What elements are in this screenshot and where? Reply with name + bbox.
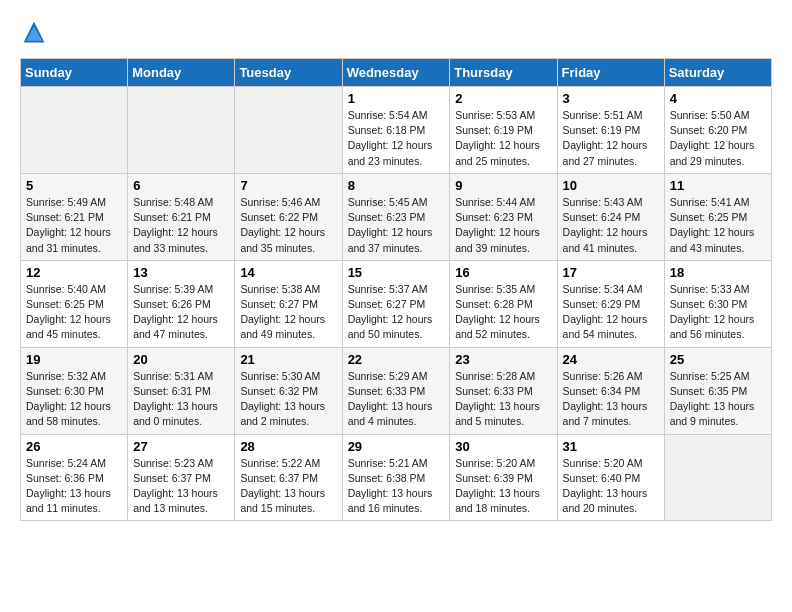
day-number: 6 — [133, 178, 229, 193]
day-detail: Sunrise: 5:32 AM Sunset: 6:30 PM Dayligh… — [26, 369, 122, 430]
day-number: 25 — [670, 352, 766, 367]
calendar-cell: 7Sunrise: 5:46 AM Sunset: 6:22 PM Daylig… — [235, 173, 342, 260]
calendar-body: 1Sunrise: 5:54 AM Sunset: 6:18 PM Daylig… — [21, 87, 772, 521]
day-detail: Sunrise: 5:20 AM Sunset: 6:40 PM Dayligh… — [563, 456, 659, 517]
calendar-cell: 13Sunrise: 5:39 AM Sunset: 6:26 PM Dayli… — [128, 260, 235, 347]
day-number: 5 — [26, 178, 122, 193]
day-number: 2 — [455, 91, 551, 106]
calendar-cell: 10Sunrise: 5:43 AM Sunset: 6:24 PM Dayli… — [557, 173, 664, 260]
day-number: 22 — [348, 352, 445, 367]
day-number: 26 — [26, 439, 122, 454]
calendar-cell: 11Sunrise: 5:41 AM Sunset: 6:25 PM Dayli… — [664, 173, 771, 260]
calendar-cell: 8Sunrise: 5:45 AM Sunset: 6:23 PM Daylig… — [342, 173, 450, 260]
calendar-cell: 28Sunrise: 5:22 AM Sunset: 6:37 PM Dayli… — [235, 434, 342, 521]
day-number: 18 — [670, 265, 766, 280]
day-detail: Sunrise: 5:51 AM Sunset: 6:19 PM Dayligh… — [563, 108, 659, 169]
calendar-cell: 9Sunrise: 5:44 AM Sunset: 6:23 PM Daylig… — [450, 173, 557, 260]
day-number: 15 — [348, 265, 445, 280]
logo-icon — [22, 20, 46, 44]
calendar-cell: 15Sunrise: 5:37 AM Sunset: 6:27 PM Dayli… — [342, 260, 450, 347]
calendar-cell: 27Sunrise: 5:23 AM Sunset: 6:37 PM Dayli… — [128, 434, 235, 521]
calendar-cell: 2Sunrise: 5:53 AM Sunset: 6:19 PM Daylig… — [450, 87, 557, 174]
day-detail: Sunrise: 5:48 AM Sunset: 6:21 PM Dayligh… — [133, 195, 229, 256]
week-row-2: 12Sunrise: 5:40 AM Sunset: 6:25 PM Dayli… — [21, 260, 772, 347]
day-detail: Sunrise: 5:46 AM Sunset: 6:22 PM Dayligh… — [240, 195, 336, 256]
header-friday: Friday — [557, 59, 664, 87]
day-detail: Sunrise: 5:33 AM Sunset: 6:30 PM Dayligh… — [670, 282, 766, 343]
header-saturday: Saturday — [664, 59, 771, 87]
day-number: 20 — [133, 352, 229, 367]
header-thursday: Thursday — [450, 59, 557, 87]
day-detail: Sunrise: 5:44 AM Sunset: 6:23 PM Dayligh… — [455, 195, 551, 256]
calendar-cell: 3Sunrise: 5:51 AM Sunset: 6:19 PM Daylig… — [557, 87, 664, 174]
day-detail: Sunrise: 5:40 AM Sunset: 6:25 PM Dayligh… — [26, 282, 122, 343]
day-number: 17 — [563, 265, 659, 280]
day-detail: Sunrise: 5:28 AM Sunset: 6:33 PM Dayligh… — [455, 369, 551, 430]
calendar-cell: 19Sunrise: 5:32 AM Sunset: 6:30 PM Dayli… — [21, 347, 128, 434]
week-row-3: 19Sunrise: 5:32 AM Sunset: 6:30 PM Dayli… — [21, 347, 772, 434]
calendar-cell: 21Sunrise: 5:30 AM Sunset: 6:32 PM Dayli… — [235, 347, 342, 434]
day-detail: Sunrise: 5:34 AM Sunset: 6:29 PM Dayligh… — [563, 282, 659, 343]
calendar-cell: 6Sunrise: 5:48 AM Sunset: 6:21 PM Daylig… — [128, 173, 235, 260]
day-number: 11 — [670, 178, 766, 193]
calendar-cell: 23Sunrise: 5:28 AM Sunset: 6:33 PM Dayli… — [450, 347, 557, 434]
calendar-header: SundayMondayTuesdayWednesdayThursdayFrid… — [21, 59, 772, 87]
day-number: 3 — [563, 91, 659, 106]
calendar-cell: 26Sunrise: 5:24 AM Sunset: 6:36 PM Dayli… — [21, 434, 128, 521]
day-number: 14 — [240, 265, 336, 280]
day-number: 23 — [455, 352, 551, 367]
calendar-cell: 20Sunrise: 5:31 AM Sunset: 6:31 PM Dayli… — [128, 347, 235, 434]
day-detail: Sunrise: 5:31 AM Sunset: 6:31 PM Dayligh… — [133, 369, 229, 430]
calendar-cell — [235, 87, 342, 174]
calendar-cell: 5Sunrise: 5:49 AM Sunset: 6:21 PM Daylig… — [21, 173, 128, 260]
day-number: 9 — [455, 178, 551, 193]
calendar-cell: 30Sunrise: 5:20 AM Sunset: 6:39 PM Dayli… — [450, 434, 557, 521]
day-detail: Sunrise: 5:50 AM Sunset: 6:20 PM Dayligh… — [670, 108, 766, 169]
header-tuesday: Tuesday — [235, 59, 342, 87]
day-number: 19 — [26, 352, 122, 367]
header-sunday: Sunday — [21, 59, 128, 87]
day-detail: Sunrise: 5:26 AM Sunset: 6:34 PM Dayligh… — [563, 369, 659, 430]
day-number: 10 — [563, 178, 659, 193]
calendar-cell: 12Sunrise: 5:40 AM Sunset: 6:25 PM Dayli… — [21, 260, 128, 347]
header-row: SundayMondayTuesdayWednesdayThursdayFrid… — [21, 59, 772, 87]
day-number: 24 — [563, 352, 659, 367]
day-detail: Sunrise: 5:49 AM Sunset: 6:21 PM Dayligh… — [26, 195, 122, 256]
calendar-cell — [128, 87, 235, 174]
day-number: 28 — [240, 439, 336, 454]
calendar-cell: 16Sunrise: 5:35 AM Sunset: 6:28 PM Dayli… — [450, 260, 557, 347]
day-number: 7 — [240, 178, 336, 193]
calendar-cell: 25Sunrise: 5:25 AM Sunset: 6:35 PM Dayli… — [664, 347, 771, 434]
day-detail: Sunrise: 5:22 AM Sunset: 6:37 PM Dayligh… — [240, 456, 336, 517]
calendar-cell: 24Sunrise: 5:26 AM Sunset: 6:34 PM Dayli… — [557, 347, 664, 434]
day-detail: Sunrise: 5:39 AM Sunset: 6:26 PM Dayligh… — [133, 282, 229, 343]
day-number: 21 — [240, 352, 336, 367]
day-number: 8 — [348, 178, 445, 193]
header-monday: Monday — [128, 59, 235, 87]
week-row-0: 1Sunrise: 5:54 AM Sunset: 6:18 PM Daylig… — [21, 87, 772, 174]
day-detail: Sunrise: 5:54 AM Sunset: 6:18 PM Dayligh… — [348, 108, 445, 169]
day-detail: Sunrise: 5:43 AM Sunset: 6:24 PM Dayligh… — [563, 195, 659, 256]
day-detail: Sunrise: 5:23 AM Sunset: 6:37 PM Dayligh… — [133, 456, 229, 517]
calendar-cell — [664, 434, 771, 521]
day-detail: Sunrise: 5:20 AM Sunset: 6:39 PM Dayligh… — [455, 456, 551, 517]
day-number: 1 — [348, 91, 445, 106]
day-detail: Sunrise: 5:53 AM Sunset: 6:19 PM Dayligh… — [455, 108, 551, 169]
day-detail: Sunrise: 5:35 AM Sunset: 6:28 PM Dayligh… — [455, 282, 551, 343]
calendar-table: SundayMondayTuesdayWednesdayThursdayFrid… — [20, 58, 772, 521]
day-detail: Sunrise: 5:37 AM Sunset: 6:27 PM Dayligh… — [348, 282, 445, 343]
day-number: 30 — [455, 439, 551, 454]
day-detail: Sunrise: 5:41 AM Sunset: 6:25 PM Dayligh… — [670, 195, 766, 256]
day-number: 4 — [670, 91, 766, 106]
calendar-cell: 29Sunrise: 5:21 AM Sunset: 6:38 PM Dayli… — [342, 434, 450, 521]
calendar-cell: 18Sunrise: 5:33 AM Sunset: 6:30 PM Dayli… — [664, 260, 771, 347]
calendar-cell: 4Sunrise: 5:50 AM Sunset: 6:20 PM Daylig… — [664, 87, 771, 174]
day-number: 29 — [348, 439, 445, 454]
week-row-1: 5Sunrise: 5:49 AM Sunset: 6:21 PM Daylig… — [21, 173, 772, 260]
day-detail: Sunrise: 5:45 AM Sunset: 6:23 PM Dayligh… — [348, 195, 445, 256]
page-header — [20, 20, 772, 48]
calendar-cell — [21, 87, 128, 174]
day-detail: Sunrise: 5:29 AM Sunset: 6:33 PM Dayligh… — [348, 369, 445, 430]
day-detail: Sunrise: 5:25 AM Sunset: 6:35 PM Dayligh… — [670, 369, 766, 430]
day-detail: Sunrise: 5:38 AM Sunset: 6:27 PM Dayligh… — [240, 282, 336, 343]
